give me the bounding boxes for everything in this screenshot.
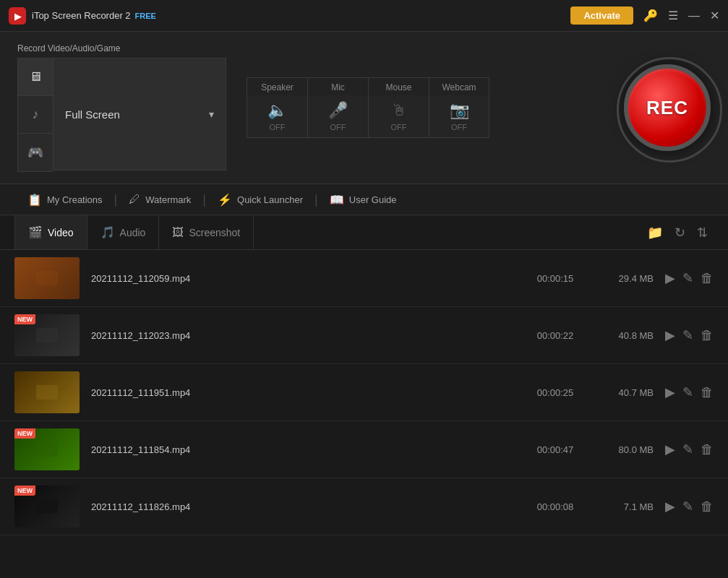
- play-button[interactable]: ▶: [665, 327, 675, 343]
- delete-button[interactable]: 🗑: [701, 442, 714, 457]
- tab-video-label: Video: [48, 227, 74, 238]
- menu-button[interactable]: ☰: [668, 9, 678, 22]
- minimize-button[interactable]: —: [688, 9, 700, 22]
- mode-tab-screen[interactable]: 🖥: [18, 59, 53, 96]
- nav-bar: 📋 My Creations | 🖊 Watermark | ⚡ Quick L…: [0, 184, 728, 215]
- play-button[interactable]: ▶: [665, 499, 675, 514]
- thumb-graphic: [36, 385, 58, 400]
- file-name: 20211112_112023.mp4: [91, 330, 515, 341]
- file-thumbnail: [14, 371, 80, 413]
- mode-tab-audio[interactable]: ♪: [18, 96, 53, 134]
- file-duration: 00:00:15: [526, 273, 584, 284]
- screen-selector-text: Full Screen: [65, 108, 209, 121]
- file-name: 20211112_111951.mp4: [91, 387, 515, 398]
- file-size: 7.1 MB: [596, 501, 654, 512]
- file-row[interactable]: 20211112_111951.mp4 00:00:25 40.7 MB ▶ ✎…: [0, 364, 728, 421]
- play-button[interactable]: ▶: [665, 384, 675, 400]
- file-thumbnail: [14, 257, 80, 299]
- speaker-control: Speaker 🔈 OFF: [247, 77, 307, 138]
- speaker-toggle[interactable]: 🔈 OFF: [247, 95, 307, 137]
- play-button[interactable]: ▶: [665, 441, 675, 457]
- edit-button[interactable]: ✎: [682, 441, 693, 457]
- mouse-toggle[interactable]: 🖱 OFF: [369, 95, 429, 137]
- file-actions: ▶ ✎ 🗑: [665, 270, 714, 286]
- delete-button[interactable]: 🗑: [701, 385, 714, 400]
- file-duration: 00:00:25: [526, 387, 584, 398]
- video-tab-icon: 🎬: [28, 225, 43, 239]
- tab-video[interactable]: 🎬 Video: [14, 215, 87, 249]
- mouse-control: Mouse 🖱 OFF: [368, 77, 429, 138]
- mic-toggle[interactable]: 🎤 OFF: [308, 95, 368, 137]
- svg-text:▶: ▶: [14, 12, 22, 22]
- title-bar: ▶ iTop Screen Recorder 2 FREE Activate 🔑…: [0, 0, 728, 32]
- file-thumbnail: NEW: [14, 314, 80, 356]
- main-content: Record Video/Audio/Game 🖥 ♪ 🎮 Full Scree…: [0, 32, 728, 578]
- svg-rect-2: [36, 271, 58, 285]
- file-row[interactable]: NEW 20211112_112023.mp4 00:00:22 40.8 MB…: [0, 307, 728, 364]
- webcam-label: Webcam: [442, 78, 476, 95]
- screenshot-tab-icon: 🖼: [172, 226, 184, 239]
- edit-button[interactable]: ✎: [682, 327, 693, 343]
- mic-label: Mic: [331, 78, 345, 95]
- quick-launcher-icon: ⚡: [218, 193, 232, 207]
- nav-watermark[interactable]: 🖊 Watermark: [119, 184, 201, 215]
- free-badge: FREE: [135, 12, 156, 20]
- file-row[interactable]: NEW 20211112_111826.mp4 00:00:08 7.1 MB …: [0, 478, 728, 535]
- tab-screenshot[interactable]: 🖼 Screenshot: [159, 215, 254, 249]
- delete-button[interactable]: 🗑: [701, 499, 714, 514]
- edit-button[interactable]: ✎: [682, 499, 693, 514]
- thumb-graphic: [36, 271, 58, 285]
- thumb-graphic: [36, 442, 58, 457]
- key-icon[interactable]: 🔑: [643, 9, 658, 22]
- nav-user-guide[interactable]: 📖 User Guide: [320, 184, 407, 215]
- sort-button[interactable]: ⇅: [691, 222, 714, 243]
- mouse-icon: 🖱: [391, 101, 407, 120]
- mouse-status: OFF: [391, 123, 407, 131]
- file-duration: 00:00:22: [526, 330, 584, 341]
- new-badge: NEW: [14, 486, 35, 496]
- tab-audio[interactable]: 🎵 Audio: [87, 215, 160, 249]
- file-row[interactable]: 20211112_112059.mp4 00:00:15 29.4 MB ▶ ✎…: [0, 250, 728, 307]
- thumb-graphic: [36, 328, 58, 342]
- top-panel: Record Video/Audio/Game 🖥 ♪ 🎮 Full Scree…: [0, 32, 728, 184]
- file-row[interactable]: NEW 20211112_111854.mp4 00:00:47 80.0 MB…: [0, 421, 728, 478]
- audio-tab-icon: 🎵: [100, 225, 115, 239]
- webcam-toggle[interactable]: 📷 OFF: [429, 95, 489, 137]
- mic-status: OFF: [330, 123, 346, 131]
- play-button[interactable]: ▶: [665, 270, 675, 286]
- open-folder-button[interactable]: 📁: [641, 222, 669, 243]
- file-size: 40.7 MB: [596, 387, 654, 398]
- new-badge: NEW: [14, 428, 35, 439]
- window-controls: 🔑 ☰ — ✕: [643, 9, 719, 22]
- nav-my-creations[interactable]: 📋 My Creations: [17, 184, 113, 215]
- file-actions: ▶ ✎ 🗑: [665, 441, 714, 457]
- mouse-label: Mouse: [385, 78, 411, 95]
- screen-selector[interactable]: Full Screen ▾: [53, 58, 226, 171]
- nav-quick-launcher[interactable]: ⚡ Quick Launcher: [207, 184, 313, 215]
- file-actions: ▶ ✎ 🗑: [665, 384, 714, 400]
- file-thumbnail: NEW: [14, 428, 80, 470]
- mode-tab-game[interactable]: 🎮: [18, 134, 53, 171]
- edit-button[interactable]: ✎: [682, 384, 693, 400]
- refresh-button[interactable]: ↻: [669, 222, 691, 243]
- nav-user-guide-label: User Guide: [349, 194, 397, 205]
- activate-button[interactable]: Activate: [570, 7, 633, 25]
- webcam-status: OFF: [451, 123, 467, 131]
- watermark-icon: 🖊: [129, 193, 140, 206]
- nav-sep-3: |: [314, 192, 318, 207]
- file-duration: 00:00:47: [526, 444, 584, 455]
- file-duration: 00:00:08: [526, 501, 584, 512]
- mic-control: Mic 🎤 OFF: [307, 77, 368, 138]
- delete-button[interactable]: 🗑: [701, 271, 714, 286]
- file-name: 20211112_111826.mp4: [91, 501, 515, 512]
- svg-rect-6: [36, 499, 58, 514]
- delete-button[interactable]: 🗑: [701, 328, 714, 343]
- file-name: 20211112_111854.mp4: [91, 444, 515, 455]
- file-actions: ▶ ✎ 🗑: [665, 327, 714, 343]
- rec-button[interactable]: REC: [624, 64, 711, 151]
- record-section: Record Video/Audio/Game 🖥 ♪ 🎮 Full Scree…: [17, 43, 226, 172]
- file-name: 20211112_112059.mp4: [91, 273, 515, 284]
- edit-button[interactable]: ✎: [682, 270, 693, 286]
- user-guide-icon: 📖: [330, 193, 344, 207]
- close-button[interactable]: ✕: [710, 9, 719, 22]
